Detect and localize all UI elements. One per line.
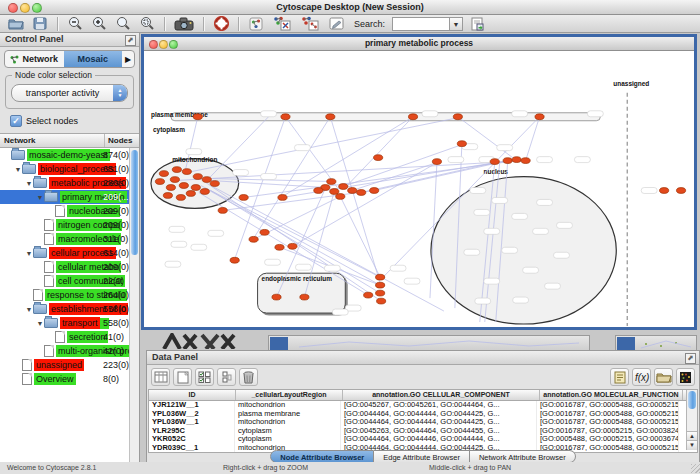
- disclosure-arrow-icon[interactable]: ▼: [25, 306, 33, 313]
- tab-mosaic[interactable]: Mosaic: [64, 51, 123, 67]
- network-node[interactable]: [230, 257, 239, 263]
- resize-grip[interactable]: [691, 464, 700, 473]
- background-window-edge[interactable]: [268, 335, 590, 350]
- network-node[interactable]: [453, 114, 462, 120]
- network-node[interactable]: [374, 155, 383, 161]
- network-node[interactable]: [336, 194, 345, 200]
- network-node[interactable]: [278, 195, 287, 201]
- table-row[interactable]: YPL036W__1mitochondrion[GO:0044464, GO:0…: [149, 418, 697, 427]
- tree-row[interactable]: multi-organism pro42(0): [0, 344, 139, 358]
- import-network-icon[interactable]: [467, 16, 487, 32]
- save-session-icon[interactable]: [30, 16, 50, 32]
- copy-style-network-icon[interactable]: [270, 16, 294, 32]
- tree-row[interactable]: ▼establishment of lo558(0): [0, 302, 139, 316]
- tree-row[interactable]: ▼transport558(0): [0, 316, 139, 330]
- network-view-icon[interactable]: [246, 16, 266, 32]
- network-node[interactable]: [170, 177, 179, 183]
- network-node[interactable]: [210, 181, 219, 187]
- copy-layout-network-icon[interactable]: [298, 16, 322, 32]
- network-view-window[interactable]: primary metabolic process plasma membran…: [141, 34, 697, 330]
- network-node[interactable]: [327, 179, 336, 185]
- network-node[interactable]: [275, 244, 284, 250]
- zoom-selected-icon[interactable]: [137, 16, 157, 32]
- create-attribute-icon[interactable]: [173, 368, 192, 386]
- network-window-titlebar[interactable]: primary metabolic process: [144, 37, 694, 51]
- tree-row[interactable]: ▼cellular process614(0): [0, 246, 139, 260]
- import-attributes-icon[interactable]: [654, 368, 673, 386]
- network-node[interactable]: [272, 294, 281, 300]
- table-row[interactable]: YKR052Ccytoplasm[GO:0044464, GO:0044446,…: [149, 435, 697, 444]
- network-node[interactable]: [503, 158, 512, 164]
- network-node[interactable]: [377, 298, 386, 304]
- network-node[interactable]: [182, 169, 191, 175]
- table-scrollbar[interactable]: ▲ ▼: [686, 390, 697, 450]
- node-color-dropdown[interactable]: transporter activity ▲▼: [11, 84, 128, 102]
- tree-row[interactable]: nucleobase-209(0): [0, 204, 139, 218]
- network-node[interactable]: [376, 282, 385, 288]
- network-node[interactable]: [521, 158, 530, 164]
- tree-row[interactable]: unassigned223(0): [0, 358, 139, 372]
- tree-row[interactable]: macromolecule311(0): [0, 232, 139, 246]
- tree-scrollbar[interactable]: [129, 148, 139, 474]
- network-node[interactable]: [376, 274, 385, 280]
- color-matrix-icon[interactable]: [676, 368, 695, 386]
- select-attributes-icon[interactable]: [195, 368, 214, 386]
- network-node[interactable]: [330, 189, 339, 195]
- background-window-edge[interactable]: [615, 335, 697, 350]
- zoom-out-icon[interactable]: [65, 16, 85, 32]
- network-node[interactable]: [172, 167, 181, 173]
- network-node[interactable]: [376, 290, 385, 296]
- column-header[interactable]: annotation.GO MOLECULAR_FUNCTION: [540, 390, 683, 400]
- zoom-window-icon[interactable]: [169, 40, 178, 49]
- tab-network[interactable]: Network: [5, 51, 64, 67]
- table-scrollbar-thumb[interactable]: [688, 391, 696, 409]
- tree-row[interactable]: secretion41(0): [0, 330, 139, 344]
- float-panel-icon[interactable]: ⬈: [685, 353, 696, 364]
- disclosure-arrow-icon[interactable]: ▼: [36, 320, 44, 327]
- network-node[interactable]: [490, 159, 499, 165]
- network-node[interactable]: [348, 188, 357, 194]
- network-node[interactable]: [357, 190, 366, 196]
- network-node[interactable]: [191, 185, 200, 191]
- table-row[interactable]: YPL036W__2plasma membrane[GO:0044464, GO…: [149, 410, 697, 419]
- network-node[interactable]: [186, 191, 195, 197]
- table-row[interactable]: YLR295Ccytoplasm[GO:0045263, GO:0044464,…: [149, 427, 697, 436]
- network-node[interactable]: [200, 189, 209, 195]
- tree-column-nodes[interactable]: Nodes: [105, 134, 139, 147]
- search-options-chevron-icon[interactable]: ▼: [450, 17, 463, 31]
- network-node[interactable]: [660, 188, 669, 194]
- column-header[interactable]: annotation.GO CELLULAR_COMPONENT: [343, 390, 540, 400]
- network-node[interactable]: [339, 184, 348, 190]
- tree-row[interactable]: ▼biological_process651(0): [0, 162, 139, 176]
- tree-row[interactable]: mosaic-demo-yeast874(0): [0, 148, 139, 162]
- network-node[interactable]: [202, 177, 211, 183]
- zoom-fit-icon[interactable]: [113, 16, 133, 32]
- network-node[interactable]: [314, 188, 323, 194]
- network-node[interactable]: [300, 294, 309, 300]
- network-node[interactable]: [176, 195, 185, 201]
- network-node[interactable]: [676, 188, 685, 194]
- network-node[interactable]: [326, 114, 335, 120]
- disclosure-arrow-icon[interactable]: ▼: [25, 250, 33, 257]
- network-node[interactable]: [408, 114, 417, 120]
- tab-overflow-arrow-icon[interactable]: ▶: [122, 55, 134, 64]
- attribute-editor-icon[interactable]: [610, 368, 629, 386]
- network-node[interactable]: [239, 195, 248, 201]
- zoom-in-icon[interactable]: [89, 16, 109, 32]
- network-node[interactable]: [288, 243, 297, 249]
- network-node[interactable]: [281, 114, 290, 120]
- network-node[interactable]: [260, 229, 269, 235]
- minimize-window-icon[interactable]: [20, 3, 30, 13]
- network-node[interactable]: [535, 114, 544, 120]
- network-node[interactable]: [218, 208, 227, 214]
- network-node[interactable]: [457, 141, 466, 147]
- tree-row[interactable]: Overview8(0): [0, 372, 139, 386]
- open-file-icon[interactable]: [6, 16, 26, 32]
- column-header[interactable]: _cellularLayoutRegion: [236, 390, 343, 400]
- network-node[interactable]: [432, 159, 441, 165]
- network-node[interactable]: [370, 188, 379, 194]
- network-node[interactable]: [163, 193, 172, 199]
- disclosure-arrow-icon[interactable]: ▼: [36, 194, 44, 201]
- tree-column-network[interactable]: Network: [0, 134, 105, 147]
- tree-row[interactable]: cellular metabo209(0): [0, 260, 139, 274]
